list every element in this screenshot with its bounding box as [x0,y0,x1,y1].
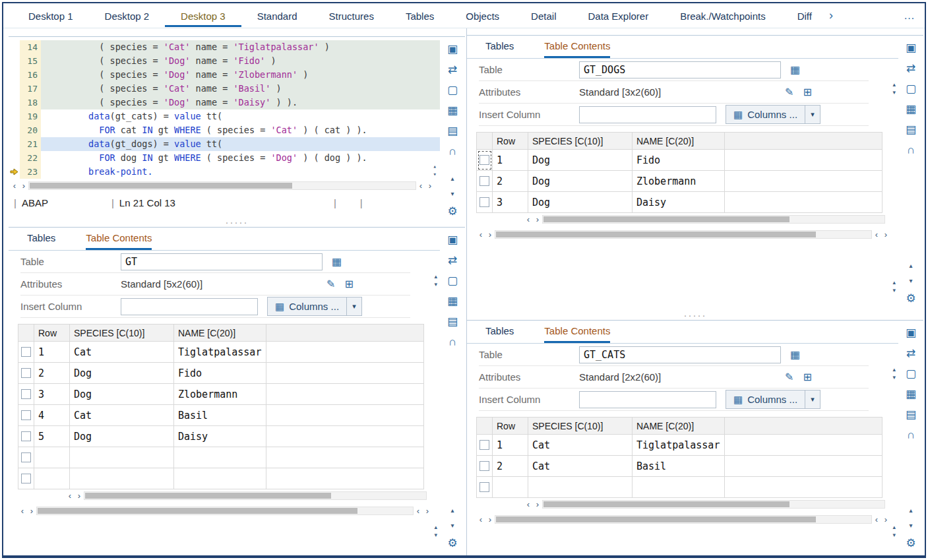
scroll-right-button[interactable]: › [485,230,495,239]
cell-name[interactable]: Daisy [633,192,725,213]
configure-icon[interactable]: ⚙ [906,538,915,549]
new-tool-icon[interactable]: ▢ [906,83,916,94]
code-line[interactable]: 15 ( species = 'Dog' name = 'Fido' ) [9,54,440,68]
table-name-input[interactable] [579,61,781,78]
scroll-down-icon[interactable]: ▾ [892,288,896,294]
scrollbar-thumb[interactable] [496,232,816,237]
detach-view-icon[interactable]: ⊞ [803,372,811,383]
tab-structures[interactable]: Structures [313,5,390,27]
select-all-header[interactable] [477,418,493,435]
scroll-up-icon[interactable]: ▴ [434,274,437,280]
cell-species[interactable]: Dog [528,150,633,171]
detail-view-icon[interactable]: ▤ [447,125,458,137]
maximize-tool-icon[interactable]: ▣ [906,327,916,338]
tab-table-contents[interactable]: Table Contents [86,232,152,250]
scroll-right-button[interactable]: › [485,515,495,524]
cell-species[interactable]: Cat [70,342,174,363]
tab-desktop-2[interactable]: Desktop 2 [89,5,166,27]
select-all-header[interactable] [477,133,493,150]
tab-objects[interactable]: Objects [450,5,515,27]
edit-attributes-icon[interactable]: ✎ [785,372,793,383]
row-checkbox[interactable] [479,482,489,492]
cell-name[interactable]: Zlobermann [633,171,725,192]
row-checkbox[interactable] [479,461,489,471]
row-checkbox[interactable] [21,389,31,399]
left-horizontal-splitter[interactable]: ····· [9,216,465,227]
code-editor[interactable]: 14 ( species = 'Cat' name = 'Tiglatpalas… [9,37,440,179]
tab-desktop-1[interactable]: Desktop 1 [13,5,89,27]
detach-view-icon[interactable]: ⊞ [344,279,353,290]
breakpoint-margin[interactable] [9,123,20,137]
scroll-right-button[interactable]: › [533,215,542,224]
tab-tables[interactable]: Tables [485,40,514,58]
replace-tool-icon[interactable]: ⇄ [448,255,457,266]
columns-button[interactable]: ▦Columns ... [726,105,805,124]
cell-name[interactable]: Tiglatpalassar [633,435,725,456]
scroll-down-icon[interactable]: ▾ [892,90,896,96]
cell-name[interactable]: Daisy [174,426,266,447]
replace-tool-icon[interactable]: ⇄ [906,63,915,74]
scrollbar-track[interactable] [495,230,872,239]
row-checkbox[interactable] [21,347,31,357]
scrollbar-track[interactable] [84,491,427,500]
row-checkbox[interactable] [21,410,31,420]
scroll-right-button[interactable]: › [27,507,36,516]
row-checkbox[interactable] [21,431,31,441]
table-name-input[interactable] [579,346,781,363]
scroll-right-button[interactable]: › [19,181,28,191]
scrollbar-thumb[interactable] [496,516,816,522]
breakpoint-margin[interactable] [9,68,20,82]
table-view-icon[interactable]: ▦ [447,296,458,307]
scrollbar-track[interactable] [36,507,414,515]
table-view-icon[interactable]: ▦ [447,105,458,116]
toolbar-scroll-up[interactable]: ▴ [450,507,454,513]
row-checkbox[interactable] [21,368,31,378]
scrollbar-track[interactable] [28,181,416,190]
insert-column-input[interactable] [121,298,258,315]
scroll-up-icon[interactable]: ▴ [892,524,896,530]
replace-tool-icon[interactable]: ⇄ [448,64,457,75]
scrollbar-thumb[interactable] [85,493,331,499]
insert-column-input[interactable] [579,106,716,123]
scroll-up-icon[interactable]: ▴ [892,280,896,286]
configure-icon[interactable]: ⚙ [447,538,457,549]
cell-species[interactable]: Dog [70,363,174,384]
tab-data-explorer[interactable]: Data Explorer [572,5,664,27]
toolbar-scroll-up[interactable]: ▴ [450,175,454,181]
cell-species[interactable]: Cat [70,405,174,426]
tab-desktop-3[interactable]: Desktop 3 [165,5,241,27]
maximize-tool-icon[interactable]: ▣ [447,234,458,245]
breakpoint-margin[interactable] [9,109,20,123]
scroll-left-button[interactable]: ‹ [476,230,485,239]
columns-button[interactable]: ▦Columns ... [267,297,347,316]
services-icon[interactable]: ∩ [449,146,456,157]
services-icon[interactable]: ∩ [907,144,915,156]
scroll-left-button[interactable]: ‹ [872,515,881,524]
scroll-left-button[interactable]: ‹ [524,500,533,509]
scroll-up-icon[interactable]: ▴ [434,524,437,530]
toolbar-scroll-down[interactable]: ▾ [450,191,454,197]
row-checkbox[interactable] [21,452,31,462]
scrollbar-thumb[interactable] [543,216,789,222]
tab-tables[interactable]: Tables [485,325,514,343]
tabbar-more-button[interactable]: … [904,9,918,22]
breakpoint-margin[interactable] [9,40,20,54]
scroll-up-icon[interactable]: ▴ [892,82,896,88]
new-tool-icon[interactable]: ▢ [906,368,916,379]
tab-table-contents[interactable]: Table Contents [544,325,610,343]
toolbar-scroll-down[interactable]: ▾ [909,278,912,284]
breakpoint-margin[interactable] [9,165,20,179]
scroll-left-button[interactable]: ‹ [476,515,485,524]
select-all-header[interactable] [18,325,34,342]
select-table-icon[interactable]: ▦ [790,65,800,75]
toolbar-scroll-up[interactable]: ▴ [909,263,912,268]
detach-view-icon[interactable]: ⊞ [803,87,811,98]
scroll-left-button[interactable]: ‹ [872,230,881,239]
scroll-down-icon[interactable]: ▾ [892,375,896,381]
columns-dropdown-chevron[interactable]: ▾ [805,105,820,124]
tab-detail[interactable]: Detail [515,5,572,27]
scroll-down-icon[interactable]: ▾ [434,532,437,538]
scrollbar-thumb[interactable] [543,501,789,507]
cell-name[interactable]: Zlobermann [174,384,266,405]
detail-view-icon[interactable]: ▤ [906,409,916,420]
